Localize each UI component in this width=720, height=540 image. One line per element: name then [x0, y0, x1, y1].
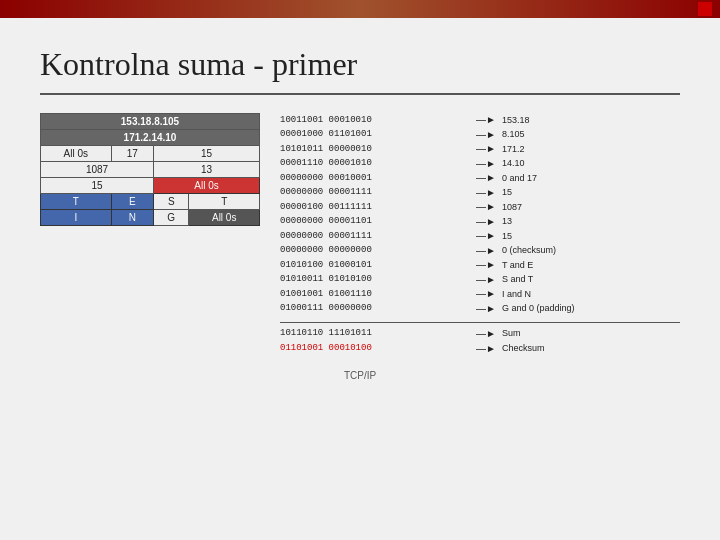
sum-bits-1: 01101001 00010100	[280, 342, 470, 356]
bits-2: 10101011 00000010	[280, 143, 470, 156]
bits-1: 00001000 01101001	[280, 128, 470, 141]
bits-12: 01001001 01001110	[280, 288, 470, 301]
tcp-label: TCP/IP	[40, 370, 680, 381]
bits-6: 00000100 00111111	[280, 201, 470, 214]
sum-label-0: Sum	[502, 327, 521, 341]
arrow-11: —►	[470, 273, 502, 288]
arrow-12: —►	[470, 287, 502, 302]
cell-all0s: All 0s	[41, 146, 112, 162]
row-1: 171.2.14.10	[41, 130, 260, 146]
binary-row-8: 00000000 00001111 —► 15	[280, 229, 680, 244]
sum-arrow-0: —►	[470, 326, 502, 341]
sum-rows-container: 10110110 11101011 —► Sum 01101001 000101…	[280, 326, 680, 356]
label-0: 153.18	[502, 114, 582, 127]
sum-row-1: 01101001 00010100 —► Checksum	[280, 341, 680, 356]
cell-N: N	[111, 210, 153, 226]
bits-3: 00001110 00001010	[280, 157, 470, 170]
diagram: 153.18.8.105 171.2.14.10 All 0s 17 15 10…	[40, 113, 260, 356]
bits-7: 00000000 00001101	[280, 215, 470, 228]
bits-5: 00000000 00001111	[280, 186, 470, 199]
slide-content: Kontrolna suma - primer 153.18.8.105 171…	[0, 18, 720, 391]
bits-4: 00000000 00010001	[280, 172, 470, 185]
binary-row-10: 01010100 01000101 —► T and E	[280, 258, 680, 273]
cell-T: T	[41, 194, 112, 210]
bits-11: 01010011 01010100	[280, 273, 470, 286]
binary-row-7: 00000000 00001101 —► 13	[280, 215, 680, 230]
label-12: I and N	[502, 288, 582, 301]
cell-17: 17	[111, 146, 153, 162]
bits-10: 01010100 01000101	[280, 259, 470, 272]
cell-E: E	[111, 194, 153, 210]
sum-bits-0: 10110110 11101011	[280, 327, 470, 341]
bits-0: 10011001 00010010	[280, 114, 470, 127]
cell-all0s-dark: All 0s	[189, 210, 260, 226]
label-3: 14.10	[502, 157, 582, 170]
label-7: 13	[502, 215, 582, 228]
label-9: 0 (checksum)	[502, 244, 582, 257]
binary-row-12: 01001001 01001110 —► I and N	[280, 287, 680, 302]
arrow-10: —►	[470, 258, 502, 273]
binary-row-3: 00001110 00001010 —► 14.10	[280, 157, 680, 172]
binary-row-4: 00000000 00010001 —► 0 and 17	[280, 171, 680, 186]
cell-T2: T	[189, 194, 260, 210]
cell-15b: 15	[41, 178, 154, 194]
arrow-9: —►	[470, 244, 502, 259]
label-5: 15	[502, 186, 582, 199]
arrow-1: —►	[470, 128, 502, 143]
cell-G: G	[154, 210, 189, 226]
cell-I: I	[41, 210, 112, 226]
binary-row-9: 00000000 00000000 —► 0 (checksum)	[280, 244, 680, 259]
arrow-5: —►	[470, 186, 502, 201]
bits-13: 01000111 00000000	[280, 302, 470, 315]
arrow-13: —►	[470, 302, 502, 317]
top-bar-accent	[698, 2, 712, 16]
arrow-3: —►	[470, 157, 502, 172]
main-area: 153.18.8.105 171.2.14.10 All 0s 17 15 10…	[40, 113, 680, 356]
diag-table: 153.18.8.105 171.2.14.10 All 0s 17 15 10…	[40, 113, 260, 226]
arrow-8: —►	[470, 229, 502, 244]
binary-row-0: 10011001 00010010 —► 153.18	[280, 113, 680, 128]
label-2: 171.2	[502, 143, 582, 156]
binary-row-13: 01000111 00000000 —► G and 0 (padding)	[280, 302, 680, 317]
top-bar	[0, 0, 720, 18]
binary-row-1: 00001000 01101001 —► 8.105	[280, 128, 680, 143]
label-8: 15	[502, 230, 582, 243]
binary-area: 10011001 00010010 —► 153.18 00001000 011…	[280, 113, 680, 356]
arrow-7: —►	[470, 215, 502, 230]
sum-section: 10110110 11101011 —► Sum 01101001 000101…	[280, 322, 680, 356]
cell-1087: 1087	[41, 162, 154, 178]
cell-S: S	[154, 194, 189, 210]
label-4: 0 and 17	[502, 172, 582, 185]
row-0: 153.18.8.105	[41, 114, 260, 130]
cell-15: 15	[154, 146, 260, 162]
binary-row-5: 00000000 00001111 —► 15	[280, 186, 680, 201]
bits-9: 00000000 00000000	[280, 244, 470, 257]
page-title: Kontrolna suma - primer	[40, 46, 680, 83]
binary-rows-container: 10011001 00010010 —► 153.18 00001000 011…	[280, 113, 680, 316]
sum-label-1: Checksum	[502, 342, 545, 356]
label-1: 8.105	[502, 128, 582, 141]
arrow-0: —►	[470, 113, 502, 128]
sum-arrow-1: —►	[470, 341, 502, 356]
label-6: 1087	[502, 201, 582, 214]
arrow-4: —►	[470, 171, 502, 186]
label-11: S and T	[502, 273, 582, 286]
label-10: T and E	[502, 259, 582, 272]
binary-row-6: 00000100 00111111 —► 1087	[280, 200, 680, 215]
arrow-2: —►	[470, 142, 502, 157]
divider	[40, 93, 680, 95]
cell-13: 13	[154, 162, 260, 178]
cell-all0s-red: All 0s	[154, 178, 260, 194]
bits-8: 00000000 00001111	[280, 230, 470, 243]
binary-row-2: 10101011 00000010 —► 171.2	[280, 142, 680, 157]
label-13: G and 0 (padding)	[502, 302, 582, 315]
arrow-6: —►	[470, 200, 502, 215]
sum-row-0: 10110110 11101011 —► Sum	[280, 326, 680, 341]
binary-row-11: 01010011 01010100 —► S and T	[280, 273, 680, 288]
